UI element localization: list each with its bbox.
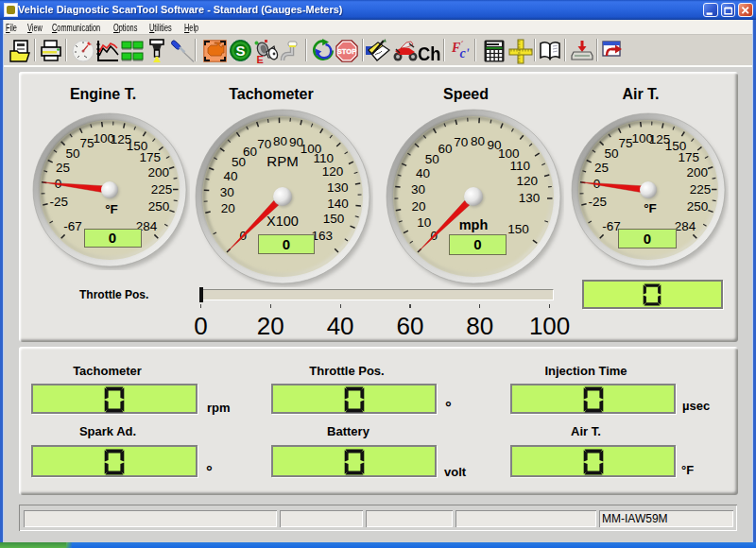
svg-text:150: 150 <box>507 222 529 236</box>
svg-text:S: S <box>235 43 245 59</box>
svg-text:10: 10 <box>417 215 431 230</box>
svg-text:225: 225 <box>151 182 173 197</box>
svg-text:-25: -25 <box>50 194 69 208</box>
svg-text:20: 20 <box>221 201 235 215</box>
svg-text:50: 50 <box>425 152 439 166</box>
svg-text:-25: -25 <box>589 195 608 209</box>
svg-text:25: 25 <box>56 160 70 174</box>
svg-text:40: 40 <box>416 166 430 180</box>
svg-text:130: 130 <box>327 180 349 195</box>
svg-text:250: 250 <box>148 199 170 214</box>
svg-text:225: 225 <box>690 182 712 197</box>
svg-text:120: 120 <box>322 164 344 179</box>
svg-text:-67: -67 <box>63 219 82 233</box>
svg-text:30: 30 <box>220 185 234 199</box>
svg-text:20: 20 <box>411 199 425 214</box>
svg-text:70: 70 <box>454 135 468 149</box>
svg-text:75: 75 <box>80 136 94 150</box>
svg-text:25: 25 <box>594 161 609 175</box>
svg-text:140: 140 <box>327 197 349 211</box>
svg-text:70: 70 <box>257 137 271 151</box>
svg-text:200: 200 <box>687 165 709 180</box>
svg-text:200: 200 <box>148 165 170 180</box>
svg-text:mph: mph <box>459 217 489 232</box>
svg-text:130: 130 <box>519 191 541 205</box>
svg-text:50: 50 <box>605 146 619 161</box>
svg-text:RPM: RPM <box>266 153 298 169</box>
svg-text:284: 284 <box>675 219 696 233</box>
svg-text:40: 40 <box>223 169 237 183</box>
svg-text:110: 110 <box>314 151 335 165</box>
svg-text:80: 80 <box>471 134 485 148</box>
svg-text:80: 80 <box>273 134 287 148</box>
svg-text:E: E <box>257 54 264 64</box>
svg-text:120: 120 <box>516 174 538 188</box>
svg-text:°F: °F <box>644 201 657 215</box>
svg-text:250: 250 <box>687 199 709 214</box>
svg-text:X100: X100 <box>266 214 299 229</box>
svg-text:60: 60 <box>438 142 453 156</box>
svg-text:150: 150 <box>323 212 345 226</box>
svg-text:°F: °F <box>105 202 118 216</box>
svg-text:50: 50 <box>66 146 80 160</box>
svg-text:75: 75 <box>619 136 633 150</box>
svg-text:175: 175 <box>679 150 700 164</box>
svg-text:STOP: STOP <box>337 47 356 56</box>
svg-text:175: 175 <box>140 150 162 164</box>
svg-text:110: 110 <box>510 159 531 173</box>
svg-text:30: 30 <box>411 182 425 197</box>
svg-text:60: 60 <box>243 145 257 159</box>
